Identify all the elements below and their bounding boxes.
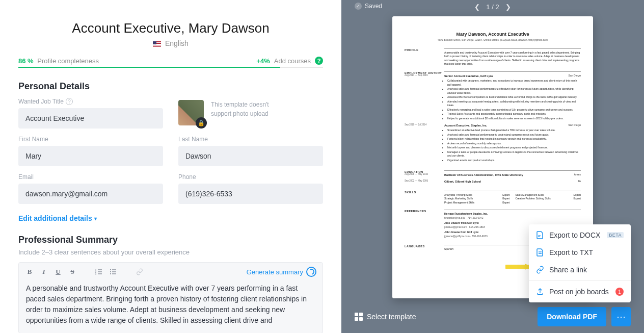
cv-ref-label: REFERENCES [405, 210, 444, 240]
preview-top-bar: ✓ Saved ❮ 1 / 2 ❯ [341, 0, 644, 14]
cv-name: Mary Dawson, Account Executive [405, 32, 581, 37]
cv-emp-label: EMPLOYMENT HISTORY [405, 71, 444, 166]
chevron-left-icon[interactable]: ❮ [474, 3, 480, 11]
export-dropdown: W Export to DOCX BETA Export to TXT Shar… [529, 224, 631, 302]
cv-contact: 4871 Beacon Street, San Diego, 92154, Un… [405, 38, 581, 41]
section-summary-title: Professional Summary [18, 235, 323, 245]
edit-additional-link[interactable]: Edit additional details ▾ [18, 214, 97, 222]
first-name-label: First Name [18, 136, 163, 143]
beta-badge: BETA [607, 232, 624, 238]
svg-point-8 [110, 273, 111, 274]
link-icon [536, 266, 544, 274]
share-link-item[interactable]: Share a link [529, 261, 631, 278]
job-title-input[interactable] [18, 108, 163, 129]
more-menu-button[interactable]: ⋯ [611, 307, 631, 326]
doc-icon: W [536, 231, 544, 239]
refresh-icon [306, 267, 316, 277]
page-indicator: 1 / 2 [486, 3, 499, 11]
cv-skills-body: Analytical Thinking SkillsExpertSales Ma… [444, 191, 581, 205]
txt-icon [536, 248, 544, 257]
select-template-button[interactable]: Select template [355, 313, 416, 321]
underline-icon[interactable]: U [53, 267, 63, 276]
last-name-label: Last Name [178, 136, 323, 143]
form-panel: Account Executive, Mary Dawson English 8… [0, 0, 341, 333]
grid-icon [355, 313, 363, 321]
generate-summary-link[interactable]: Generate summary [247, 267, 316, 277]
cv-profile-body: A personable and trustworthy Account Exe… [444, 48, 581, 66]
svg-text:W: W [538, 235, 541, 238]
chevron-right-icon[interactable]: ❯ [505, 3, 511, 11]
notification-badge: 1 [615, 288, 624, 296]
lock-icon: 🔒 [196, 117, 207, 129]
job-title-label: Wanted Job Title ? [18, 98, 163, 105]
photo-note: This template doesn't support photo uplo… [211, 100, 287, 118]
progress-percent: 86 % [18, 57, 34, 65]
cv-lang-label: LANGUAGES [405, 245, 444, 251]
svg-point-6 [110, 269, 111, 270]
cv-skills-label: SKILLS [405, 191, 444, 205]
progress-tip-plus: +4% [256, 57, 270, 65]
email-input[interactable] [18, 184, 163, 204]
progress-label: Profile completeness [37, 57, 99, 65]
cv-edu-body: Aug 2006 — May 2010Bachelor of Business … [444, 170, 581, 186]
progress-bar [18, 67, 323, 68]
link-icon[interactable] [135, 267, 144, 276]
cv-profile-label: PROFILE [405, 48, 444, 66]
unordered-list-icon[interactable] [109, 267, 118, 276]
email-label: Email [18, 173, 163, 181]
italic-icon[interactable]: I [39, 267, 48, 276]
post-job-boards-item[interactable]: Post on job boards 1 [529, 283, 631, 300]
section-personal-title: Personal Details [18, 81, 323, 92]
editor-toolbar: B I U S 123 Generate summary [19, 263, 323, 281]
bold-icon[interactable]: B [25, 267, 34, 276]
progress-fill [18, 67, 280, 68]
page-title: Account Executive, Mary Dawson [18, 20, 323, 36]
export-txt-item[interactable]: Export to TXT [529, 244, 631, 261]
ordered-list-icon[interactable]: 123 [94, 267, 103, 276]
progress-tip-label[interactable]: Add courses [274, 57, 311, 65]
preview-panel: ✓ Saved ❮ 1 / 2 ❯ Mary Dawson, Account E… [341, 0, 644, 333]
summary-editor: B I U S 123 Generate summary [18, 262, 323, 333]
preview-bottom-bar: Select template Download PDF ⋯ [341, 300, 644, 333]
progress-row: 86 % Profile completeness +4% Add course… [18, 57, 323, 65]
cv-emp-body: Aug 2014 — Sep 2019Senior Account Execut… [444, 71, 581, 166]
phone-label: Phone [178, 173, 323, 181]
saved-indicator: ✓ Saved [355, 3, 382, 10]
language-label: English [165, 39, 189, 47]
summary-textarea[interactable]: A personable and trustworthy Account Exe… [19, 281, 323, 333]
phone-input[interactable] [178, 184, 323, 204]
section-summary-hint: Include 2–3 clear sentences about your o… [18, 248, 323, 256]
svg-point-7 [110, 271, 111, 272]
separator [529, 280, 631, 281]
pager: ❮ 1 / 2 ❯ [474, 3, 511, 11]
help-icon[interactable]: ? [66, 98, 73, 105]
photo-thumbnail[interactable]: 🔒 [178, 100, 204, 125]
svg-text:3: 3 [95, 273, 96, 275]
last-name-input[interactable] [178, 146, 323, 166]
first-name-input[interactable] [18, 146, 163, 166]
download-pdf-button[interactable]: Download PDF [538, 307, 606, 326]
help-icon[interactable]: ? [315, 57, 323, 65]
language-row[interactable]: English [18, 39, 323, 47]
check-icon: ✓ [355, 3, 362, 10]
strike-icon[interactable]: S [68, 267, 77, 276]
upload-icon [536, 288, 544, 296]
export-docx-item[interactable]: W Export to DOCX BETA [529, 226, 631, 244]
chevron-down-icon: ▾ [94, 216, 97, 221]
flag-icon [153, 41, 161, 47]
